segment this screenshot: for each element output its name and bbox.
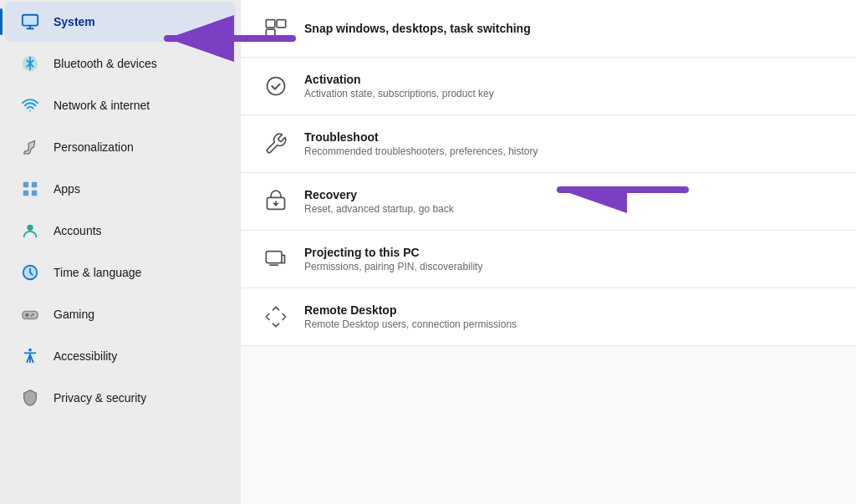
svg-rect-15: [277, 20, 286, 28]
person-icon: [18, 219, 42, 242]
brush-icon: [18, 135, 42, 159]
sidebar-item-privacy[interactable]: Privacy & security: [5, 378, 236, 418]
svg-point-13: [28, 349, 32, 352]
settings-item-remotedesktop[interactable]: Remote Desktop Remote Desktop users, con…: [241, 288, 856, 346]
settings-item-troubleshoot-text: Troubleshoot Recommended troubleshooters…: [304, 130, 538, 157]
snap-icon: [261, 13, 291, 43]
settings-item-projecting-title: Projecting to this PC: [304, 246, 482, 259]
activation-icon: [261, 71, 291, 101]
wrench-icon: [261, 129, 291, 159]
settings-item-snap-title: Snap windows, desktops, task switching: [304, 22, 531, 35]
remotedesktop-icon: [261, 302, 291, 332]
settings-item-recovery-text: Recovery Reset, advanced startup, go bac…: [304, 188, 454, 215]
recovery-icon: [261, 186, 291, 216]
monitor-icon: [18, 10, 42, 33]
settings-item-projecting-desc: Permissions, pairing PIN, discoverabilit…: [304, 261, 482, 272]
settings-item-projecting-text: Projecting to this PC Permissions, pairi…: [304, 246, 482, 272]
network-icon: [18, 94, 42, 117]
svg-rect-7: [32, 191, 37, 196]
settings-item-troubleshoot[interactable]: Troubleshoot Recommended troubleshooters…: [241, 115, 856, 173]
settings-item-snap-text: Snap windows, desktops, task switching: [304, 22, 531, 35]
accessibility-icon: [18, 344, 42, 368]
shield-icon: [18, 386, 42, 410]
sidebar-item-accessibility[interactable]: Accessibility: [5, 336, 236, 376]
sidebar-item-apps[interactable]: Apps: [5, 169, 236, 209]
svg-rect-14: [266, 20, 275, 28]
projecting-icon: [261, 244, 291, 274]
settings-item-snap[interactable]: Snap windows, desktops, task switching: [241, 0, 856, 58]
settings-item-remotedesktop-text: Remote Desktop Remote Desktop users, con…: [304, 303, 517, 330]
settings-item-activation-title: Activation: [304, 73, 494, 86]
svg-rect-19: [266, 252, 282, 263]
svg-point-12: [31, 315, 33, 317]
settings-item-activation-text: Activation Activation state, subscriptio…: [304, 73, 494, 99]
settings-item-recovery-title: Recovery: [304, 188, 454, 201]
main-content: Snap windows, desktops, task switching A…: [241, 0, 856, 504]
sidebar-item-time-label: Time & language: [54, 266, 141, 279]
settings-item-recovery[interactable]: Recovery Reset, advanced startup, go bac…: [241, 173, 856, 231]
bluetooth-icon: [18, 52, 42, 75]
svg-point-17: [268, 78, 285, 95]
sidebar-item-personalization-label: Personalization: [54, 140, 134, 154]
svg-rect-4: [23, 182, 28, 187]
sidebar-item-gaming[interactable]: Gaming: [5, 294, 236, 334]
settings-item-recovery-desc: Reset, advanced startup, go back: [304, 203, 454, 215]
settings-item-remotedesktop-desc: Remote Desktop users, connection permiss…: [304, 318, 517, 330]
sidebar-item-accounts-label: Accounts: [54, 224, 102, 237]
sidebar-item-privacy-label: Privacy & security: [54, 391, 146, 405]
sidebar-item-system-label: System: [54, 15, 95, 28]
sidebar-item-network-label: Network & internet: [54, 99, 150, 112]
svg-point-11: [33, 313, 34, 315]
svg-point-8: [27, 225, 33, 231]
sidebar-item-gaming-label: Gaming: [54, 308, 94, 321]
settings-item-remotedesktop-title: Remote Desktop: [304, 303, 517, 317]
sidebar-item-time[interactable]: Time & language: [5, 252, 236, 293]
settings-item-troubleshoot-title: Troubleshoot: [304, 130, 538, 144]
sidebar-item-bluetooth[interactable]: Bluetooth & devices: [5, 43, 236, 84]
svg-rect-16: [266, 29, 275, 37]
sidebar-item-accessibility-label: Accessibility: [54, 349, 117, 363]
svg-rect-2: [23, 15, 38, 26]
sidebar: System Bluetooth & devices: [0, 0, 241, 504]
settings-item-activation[interactable]: Activation Activation state, subscriptio…: [241, 58, 856, 115]
clock-icon: [18, 261, 42, 284]
apps-icon: [18, 177, 42, 201]
settings-item-projecting[interactable]: Projecting to this PC Permissions, pairi…: [241, 231, 856, 288]
sidebar-item-accounts[interactable]: Accounts: [5, 211, 236, 251]
svg-rect-5: [32, 182, 37, 187]
svg-rect-6: [23, 191, 28, 196]
gamepad-icon: [18, 303, 42, 326]
sidebar-item-apps-label: Apps: [54, 182, 80, 196]
sidebar-item-network[interactable]: Network & internet: [5, 85, 236, 125]
sidebar-item-system[interactable]: System: [5, 2, 236, 42]
settings-list: Snap windows, desktops, task switching A…: [241, 0, 856, 346]
svg-rect-10: [23, 311, 38, 318]
sidebar-item-bluetooth-label: Bluetooth & devices: [54, 57, 157, 70]
sidebar-item-personalization[interactable]: Personalization: [5, 127, 236, 167]
settings-item-troubleshoot-desc: Recommended troubleshooters, preferences…: [304, 145, 538, 157]
app-container: System Bluetooth & devices: [0, 0, 856, 504]
settings-item-activation-desc: Activation state, subscriptions, product…: [304, 88, 494, 99]
